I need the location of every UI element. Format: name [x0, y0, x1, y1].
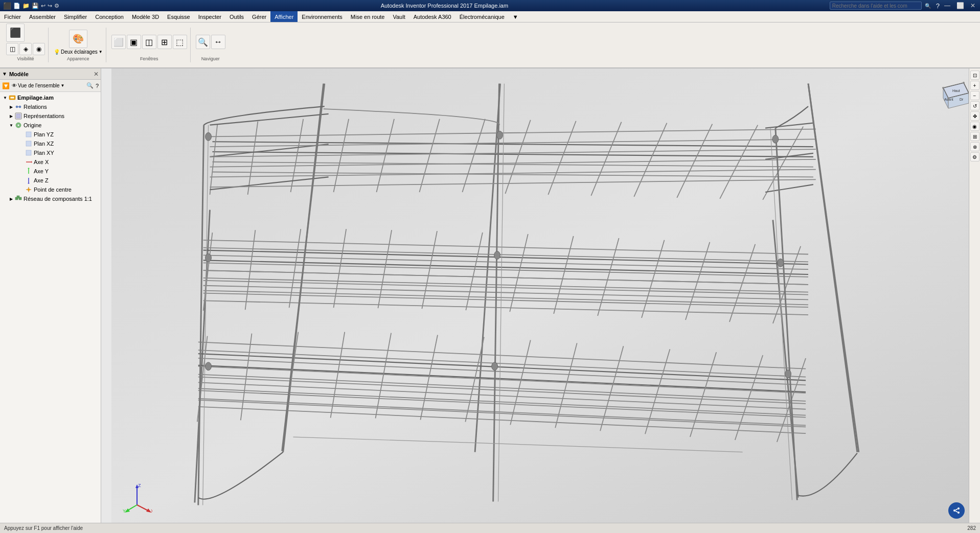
- ribbon-btn-fenetres-1[interactable]: ⬜: [111, 35, 126, 49]
- ribbon-group-naviguer: 🔍 ↔ Naviguer: [193, 28, 229, 62]
- tree-icon-plan-xz: [25, 140, 33, 148]
- svg-rect-11: [26, 150, 31, 155]
- menu-electromecanique[interactable]: Électromécanique: [455, 11, 509, 22]
- titlebar-center: Autodesk Inventor Professional 2017 Empi…: [59, 3, 830, 9]
- tree-item-plan-xz[interactable]: Plan XZ: [0, 139, 101, 148]
- ribbon-group-buttons-visibilite: ⬛ ◫ ◈ ◉: [6, 24, 45, 55]
- shelf-3d-view: .wire { stroke: #888; stroke-width: 1.8;…: [101, 68, 980, 523]
- ribbon-btn-fenetres-5[interactable]: ⬚: [173, 35, 187, 49]
- tree-item-plan-yz[interactable]: Plan YZ: [0, 130, 101, 139]
- tree-item-origine[interactable]: ▼ Origine: [0, 121, 101, 130]
- svg-point-2: [16, 106, 18, 108]
- svg-text:Y: Y: [123, 508, 126, 513]
- ribbon-btn-naviguer-1[interactable]: 🔍: [196, 35, 210, 49]
- tree-item-reseau[interactable]: ▶ Réseau de composants 1:1: [0, 194, 101, 203]
- quick-access-icon-open[interactable]: 📁: [22, 3, 30, 9]
- menu-afficher[interactable]: Afficher: [270, 11, 298, 22]
- help-icon[interactable]: ?: [936, 2, 940, 10]
- quick-access-icon-new[interactable]: 📄: [13, 3, 20, 9]
- panel-close-btn[interactable]: ✕: [94, 71, 99, 78]
- vp-ctrl-orbit[interactable]: ↺: [970, 101, 979, 110]
- vp-ctrl-pan[interactable]: ✥: [970, 111, 979, 121]
- tree-item-empilage[interactable]: ▼ Empilage.iam: [0, 93, 101, 102]
- svg-point-145: [963, 82, 965, 84]
- menu-vault[interactable]: Vault: [389, 11, 409, 22]
- tree-expand-plan-xz: [18, 141, 25, 147]
- search-input[interactable]: [830, 2, 922, 10]
- menu-simplifier[interactable]: Simplifier: [60, 11, 91, 22]
- svg-point-3: [19, 106, 21, 108]
- svg-marker-15: [28, 168, 30, 169]
- svg-point-129: [772, 135, 779, 143]
- menu-environnements[interactable]: Environnements: [298, 11, 347, 22]
- vp-ctrl-navigate[interactable]: ⊗: [970, 142, 979, 151]
- svg-point-131: [785, 370, 791, 378]
- shelf-svg: .wire { stroke: #888; stroke-width: 1.8;…: [101, 68, 980, 523]
- ribbon-btn-visibilite-4[interactable]: ◉: [33, 43, 45, 55]
- minimize-btn[interactable]: —: [943, 2, 952, 9]
- menu-conception[interactable]: Conception: [91, 11, 128, 22]
- svg-point-127: [206, 254, 212, 262]
- menu-gerer[interactable]: Gérer: [248, 11, 270, 22]
- ribbon-btn-fenetres-2[interactable]: ▣: [127, 35, 141, 49]
- ribbon-btn-visibilite-3[interactable]: ◈: [19, 43, 32, 55]
- menu-outils[interactable]: Outils: [225, 11, 248, 22]
- close-btn[interactable]: ✕: [969, 2, 977, 9]
- maximize-btn[interactable]: ⬜: [955, 2, 966, 9]
- vp-ctrl-settings[interactable]: ⚙: [970, 152, 979, 161]
- share-button[interactable]: [948, 502, 965, 519]
- menu-a360[interactable]: Autodesk A360: [409, 11, 455, 22]
- ribbon-btn-apparence-1[interactable]: 🎨: [69, 30, 87, 48]
- menu-extra[interactable]: ▼: [509, 11, 522, 22]
- tree-expand-relations[interactable]: ▶: [8, 104, 14, 110]
- ribbon-btn-fenetres-3[interactable]: ◫: [142, 35, 156, 49]
- tree-expand-origine[interactable]: ▼: [8, 122, 14, 128]
- vp-ctrl-zoom-all[interactable]: ⊡: [970, 71, 979, 80]
- quick-access-icon-settings[interactable]: ⚙: [54, 3, 59, 9]
- vp-ctrl-zoom-out[interactable]: −: [970, 91, 979, 100]
- vp-ctrl-zoom-in[interactable]: +: [970, 81, 979, 90]
- tree-item-representations[interactable]: ▶ Représentations: [0, 111, 101, 121]
- nav-cube[interactable]: Haut Avant Dr: [933, 73, 974, 113]
- tree-item-point-centre[interactable]: Point de centre: [0, 185, 101, 194]
- tree-item-plan-xy[interactable]: Plan XY: [0, 148, 101, 157]
- menu-assembler[interactable]: Assembler: [25, 11, 60, 22]
- menu-fichier[interactable]: Fichier: [0, 11, 25, 22]
- eclairages-dropdown-icon[interactable]: ▼: [99, 50, 103, 54]
- vp-ctrl-zoom-window[interactable]: ⊞: [970, 132, 979, 141]
- tree-label-point-centre: Point de centre: [34, 187, 72, 193]
- tree-expand-axe-y: [18, 168, 25, 174]
- tree-icon-point-centre: [25, 186, 33, 194]
- ribbon-group-buttons-naviguer: 🔍 ↔: [196, 29, 225, 55]
- svg-point-157: [958, 507, 960, 509]
- tree-expand-representations[interactable]: ▶: [8, 113, 14, 119]
- search-panel-icon[interactable]: 🔍: [86, 82, 94, 89]
- menu-inspecter[interactable]: Inspecter: [194, 11, 225, 22]
- vp-ctrl-look[interactable]: ◉: [970, 122, 979, 131]
- svg-point-133: [494, 251, 500, 260]
- view-dropdown[interactable]: 👁 Vue de l'ensemble ▼: [12, 83, 65, 88]
- tree-item-axe-y[interactable]: Axe Y: [0, 167, 101, 176]
- ribbon-btn-fenetres-4[interactable]: ⊞: [157, 35, 172, 49]
- ribbon-btn-visibilite-1[interactable]: ⬛: [6, 24, 25, 42]
- ribbon-btn-visibilite-2[interactable]: ◫: [6, 43, 18, 55]
- panel-dropdown-icon[interactable]: ▼: [2, 71, 7, 77]
- tree-item-axe-z[interactable]: Axe Z: [0, 176, 101, 185]
- panel-resize-handle[interactable]: [99, 68, 101, 523]
- tree-expand-empilage[interactable]: ▼: [2, 95, 8, 101]
- menu-modele3d[interactable]: Modèle 3D: [128, 11, 163, 22]
- ribbon-btn-naviguer-2[interactable]: ↔: [211, 35, 225, 49]
- titlebar-right: 🔍 ? — ⬜ ✕: [830, 2, 977, 10]
- viewport[interactable]: — ⬜ ✕ .wire { stroke: #888; stroke-width…: [101, 68, 980, 523]
- menu-esquisse[interactable]: Esquisse: [163, 11, 194, 22]
- status-bar: Appuyez sur F1 pour afficher l'aide 282: [0, 523, 980, 533]
- quick-access-icon-save[interactable]: 💾: [32, 3, 39, 9]
- quick-access-icon-redo[interactable]: ↪: [48, 3, 52, 9]
- quick-access-icon-undo[interactable]: ↩: [41, 3, 45, 9]
- menu-mise-en-route[interactable]: Mise en route: [347, 11, 389, 22]
- tree-expand-reseau[interactable]: ▶: [8, 196, 14, 202]
- tree-label-relations: Relations: [24, 104, 47, 110]
- tree-icon-assembly: [8, 94, 16, 102]
- tree-item-relations[interactable]: ▶ Relations: [0, 102, 101, 111]
- tree-item-axe-x[interactable]: Axe X: [0, 157, 101, 167]
